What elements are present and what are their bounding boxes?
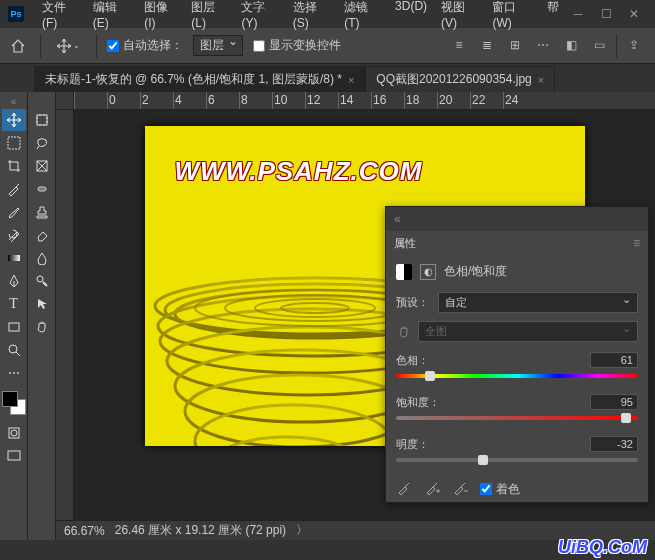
menu-file[interactable]: 文件(F) <box>36 0 85 33</box>
close-button[interactable]: ✕ <box>621 4 647 24</box>
home-icon[interactable] <box>10 38 30 54</box>
frame-tool[interactable] <box>30 155 54 177</box>
slider-thumb[interactable] <box>621 413 631 423</box>
3d-mode-icon[interactable]: ◧ <box>560 34 582 56</box>
scrubby-icon[interactable] <box>396 324 412 340</box>
slider-thumb[interactable] <box>478 455 488 465</box>
eraser-tool[interactable] <box>30 224 54 246</box>
tab-document-2[interactable]: QQ截图20201226090354.jpg × <box>365 66 555 92</box>
show-transform-checkbox[interactable]: 显示变换控件 <box>253 37 341 54</box>
slider-thumb[interactable] <box>425 371 435 381</box>
separator <box>40 34 41 58</box>
gradient-tool[interactable] <box>2 247 26 269</box>
align-icon[interactable]: ≡ <box>448 34 470 56</box>
expand-icon[interactable] <box>40 96 43 108</box>
hue-value[interactable]: 61 <box>590 352 638 368</box>
panel-title-row: 属性 ≡ <box>386 231 648 255</box>
separator <box>96 34 97 58</box>
menu-help[interactable]: 帮 <box>541 0 565 33</box>
pen-tool[interactable] <box>2 270 26 292</box>
crop-tool[interactable] <box>2 155 26 177</box>
more-icon[interactable]: ⋯ <box>532 34 554 56</box>
color-swatches[interactable] <box>2 391 26 415</box>
lightness-label: 明度： <box>396 437 429 452</box>
menu-window[interactable]: 窗口(W) <box>486 0 539 33</box>
workspace-icon[interactable]: ▭ <box>588 34 610 56</box>
zoom-tool[interactable] <box>2 339 26 361</box>
show-transform-input[interactable] <box>253 40 265 52</box>
share-icon[interactable]: ⇪ <box>623 34 645 56</box>
lasso-tool[interactable] <box>30 132 54 154</box>
artboard-tool[interactable] <box>30 109 54 131</box>
history-brush-tool[interactable] <box>2 224 26 246</box>
vertical-ruler[interactable] <box>56 110 74 520</box>
separator <box>616 34 617 58</box>
svg-point-11 <box>41 188 42 189</box>
lightness-track[interactable] <box>396 454 638 466</box>
lightness-value[interactable]: -32 <box>590 436 638 452</box>
layer-group-select[interactable]: 图层 <box>193 35 243 56</box>
menu-select[interactable]: 选择(S) <box>287 0 336 33</box>
colorize-input[interactable] <box>480 483 492 495</box>
saturation-track[interactable] <box>396 412 638 424</box>
tab-document-1[interactable]: 未标题-1-恢复的 @ 66.7% (色相/饱和度 1, 图层蒙版/8) * × <box>34 66 365 92</box>
align-icon[interactable]: ⊞ <box>504 34 526 56</box>
dodge-tool[interactable] <box>30 270 54 292</box>
document-tabs: 未标题-1-恢复的 @ 66.7% (色相/饱和度 1, 图层蒙版/8) * ×… <box>0 64 655 92</box>
channel-row: 全图 <box>386 317 648 346</box>
channel-select[interactable]: 全图 <box>418 321 638 342</box>
tab-label: QQ截图20201226090354.jpg <box>376 71 531 88</box>
menu-edit[interactable]: 编辑(E) <box>87 0 136 33</box>
quick-mask[interactable] <box>2 422 26 444</box>
properties-panel: « 属性 ≡ ◐ 色相/饱和度 预设： 自定 全图 色相： 61 饱和度： 95 <box>385 206 649 503</box>
type-tool[interactable]: T <box>2 293 26 315</box>
zoom-level[interactable]: 66.67% <box>64 524 105 538</box>
foreground-color[interactable] <box>2 391 18 407</box>
hue-track[interactable] <box>396 370 638 382</box>
eyedropper-add-icon[interactable] <box>424 480 442 498</box>
hand-tool[interactable] <box>30 316 54 338</box>
auto-select-checkbox[interactable]: 自动选择： <box>107 37 183 54</box>
options-bar: ⌄ 自动选择： 图层 显示变换控件 ≡ ≣ ⊞ ⋯ ◧ ▭ ⇪ <box>0 28 655 64</box>
minimize-button[interactable]: ─ <box>565 4 591 24</box>
collapse-icon[interactable]: « <box>11 96 17 108</box>
saturation-value[interactable]: 95 <box>590 394 638 410</box>
eyedropper-tool[interactable] <box>2 178 26 200</box>
title-bar: Ps 文件(F) 编辑(E) 图像(I) 图层(L) 文字(Y) 选择(S) 滤… <box>0 0 655 28</box>
colorize-checkbox[interactable]: 着色 <box>480 481 520 498</box>
close-icon[interactable]: × <box>538 74 544 86</box>
more-tools[interactable]: ⋯ <box>2 362 26 384</box>
auto-select-input[interactable] <box>107 40 119 52</box>
restore-button[interactable]: ☐ <box>593 4 619 24</box>
menu-view[interactable]: 视图(V) <box>435 0 484 33</box>
collapse-icon[interactable]: « <box>394 212 401 226</box>
eyedropper-icon[interactable] <box>396 480 414 498</box>
brush-tool[interactable] <box>2 201 26 223</box>
close-icon[interactable]: × <box>348 74 354 86</box>
stamp-tool[interactable] <box>30 201 54 223</box>
menu-image[interactable]: 图像(I) <box>138 0 183 33</box>
screen-mode[interactable] <box>2 445 26 467</box>
move-tool[interactable] <box>2 109 26 131</box>
menu-filter[interactable]: 滤镜(T) <box>338 0 387 33</box>
path-select-tool[interactable] <box>30 293 54 315</box>
horizontal-ruler[interactable]: 024681012141618202224 <box>74 92 655 110</box>
align-icon[interactable]: ≣ <box>476 34 498 56</box>
ruler-origin[interactable] <box>56 92 74 110</box>
menu-type[interactable]: 文字(Y) <box>235 0 284 33</box>
healing-tool[interactable] <box>30 178 54 200</box>
page-watermark: UiBQ.CoM <box>558 537 647 558</box>
menu-3d[interactable]: 3D(D) <box>389 0 433 33</box>
preset-select[interactable]: 自定 <box>438 292 638 313</box>
svg-point-3 <box>9 345 17 353</box>
align-icons: ≡ ≣ ⊞ ⋯ ◧ ▭ ⇪ <box>448 34 645 58</box>
panel-header: « <box>386 207 648 231</box>
eyedropper-subtract-icon[interactable] <box>452 480 470 498</box>
rectangle-tool[interactable] <box>2 316 26 338</box>
move-tool-icon[interactable]: ⌄ <box>51 37 86 55</box>
marquee-tool[interactable] <box>2 132 26 154</box>
panel-menu-icon[interactable]: ≡ <box>633 236 640 250</box>
chevron-right-icon[interactable]: 〉 <box>296 522 308 539</box>
blur-tool[interactable] <box>30 247 54 269</box>
menu-layer[interactable]: 图层(L) <box>185 0 233 33</box>
